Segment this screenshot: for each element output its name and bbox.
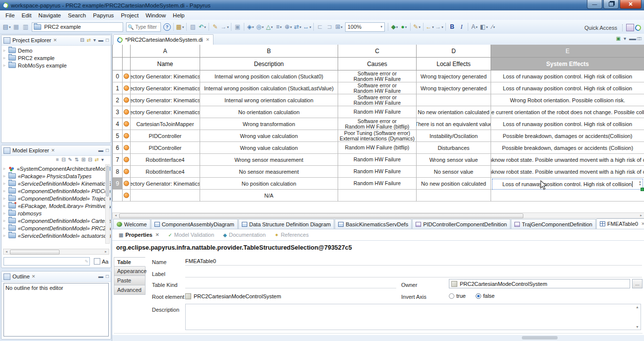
save-all-button[interactable]: ▥ — [21, 22, 30, 31]
expander-icon[interactable]: ▹ — [3, 233, 8, 238]
menu-project[interactable]: Project — [117, 11, 142, 19]
restore-window-button[interactable] — [603, 0, 619, 9]
model-item[interactable]: ▹«ComponentDefinitionModel» PRC2Robot — [1, 224, 111, 232]
diagram-tab-pidcontrollercomponentdefinition[interactable]: PIDControllerComponentDefinition — [412, 219, 510, 229]
row-header-8[interactable]: 8 — [112, 166, 123, 178]
cell-description[interactable]: No position calculation — [200, 178, 338, 190]
cell-local-effects[interactable]: Wrong trajectory generated — [417, 70, 491, 82]
load-button[interactable]: ✎ — [211, 22, 219, 31]
maximize-view-icon[interactable]: □ — [106, 274, 109, 279]
view-tab-model-validation[interactable]: ✓Model Validation — [163, 229, 218, 240]
show-tree-icon[interactable]: ⊟ — [62, 157, 66, 162]
chevron-down-icon[interactable]: ▾ — [405, 25, 407, 29]
row-marker-cell[interactable] — [123, 142, 131, 154]
expander-icon[interactable]: ▹ — [3, 181, 8, 186]
minimize-view-icon[interactable]: ▬ — [98, 148, 103, 153]
chevron-down-icon[interactable]: ▾ — [252, 25, 254, 29]
spinner-down-icon[interactable]: ▼ — [639, 183, 642, 186]
zoom-level-combo[interactable]: 100% ▾ — [345, 22, 385, 32]
row-marker-cell[interactable] — [123, 166, 131, 178]
close-icon[interactable]: ✕ — [51, 148, 55, 153]
model-item[interactable]: ▹«ComponentDefinitionModel» TrajectoryG — [1, 195, 111, 202]
diagram-tab-fmeatable0[interactable]: FMEATable0✕ — [596, 218, 644, 229]
model-explorer-horizontal-scrollbar[interactable]: ◂ ▸ — [3, 249, 109, 255]
column-letter-A[interactable]: A — [131, 45, 200, 58]
forward-button[interactable]: →▾ — [435, 22, 443, 31]
model-item[interactable]: ▹«SystemComponentArchitectureModel, S — [1, 165, 111, 172]
link-with-editor-icon[interactable]: ⇄ — [87, 38, 91, 43]
menu-papyrus[interactable]: Papyrus — [89, 11, 117, 19]
filter-search-box[interactable]: 🔍 — [126, 22, 161, 32]
close-icon[interactable]: ✕ — [641, 221, 644, 226]
copy-appearance-button[interactable]: ▣ — [233, 22, 242, 31]
model-explorer-vertical-scrollbar[interactable] — [105, 164, 110, 244]
chevron-down-icon[interactable]: ▾ — [476, 25, 478, 29]
chevron-down-icon[interactable]: ▾ — [271, 25, 273, 29]
cell-description[interactable]: Internal wrong orientation calculation — [200, 94, 338, 106]
properties-horizontal-scrollbar[interactable] — [112, 335, 644, 341]
fill-color-button[interactable]: ◧▾ — [480, 22, 488, 31]
cell-causes[interactable] — [338, 190, 417, 202]
chevron-down-icon[interactable]: ▾ — [486, 25, 488, 29]
diagram-tab-trajgencomponentdefinition[interactable]: TrajGenComponentDefinition — [511, 219, 596, 229]
row-header-extra[interactable] — [112, 190, 123, 202]
column-letter-E[interactable]: E — [491, 45, 644, 58]
cell-system-effects[interactable]: Loss of runaway position control. High r… — [491, 70, 644, 82]
graph-tool-button[interactable]: ◈▾ — [246, 22, 255, 31]
chevron-down-icon[interactable]: ▾ — [9, 25, 11, 29]
cell-name[interactable]: ajectory Generator: Kinematics... — [131, 94, 200, 106]
cell-local-effects[interactable]: Wrong trajectory generated — [417, 82, 491, 94]
chevron-down-icon[interactable]: ▾ — [182, 25, 184, 29]
edit-icon[interactable]: ✎ — [68, 157, 72, 162]
cell-system-effects[interactable]: The current orientation of the robot doe… — [491, 106, 644, 118]
close-window-button[interactable]: ✕ — [620, 0, 642, 9]
row-header-7[interactable]: 7 — [112, 154, 123, 166]
row-header-0[interactable]: 0 — [112, 70, 123, 82]
cell-name[interactable] — [131, 190, 200, 202]
cell-name[interactable]: ajectory Generator: Kinematics... — [131, 178, 200, 190]
chevron-down-icon[interactable]: ▾ — [396, 25, 398, 29]
maximize-view-icon[interactable]: □ — [106, 38, 109, 43]
diagram-tab-basickinematicsservdefs[interactable]: BasicKinematicsServDefs — [335, 219, 412, 229]
project-item[interactable]: ▹Demo — [1, 47, 111, 54]
line-style-button[interactable]: ∕▾ — [489, 22, 498, 31]
cell-system-effects[interactable]: Possible breakdown, damages or accidents… — [491, 142, 644, 154]
selection-tool-button[interactable]: ⊕▾ — [284, 22, 292, 31]
model-item[interactable]: ▹«ComponentDefinitionModel» PIDControl..… — [1, 187, 111, 195]
cell-description[interactable]: Wrong transformation — [200, 118, 338, 130]
resize-tool-button[interactable]: ↔▾ — [303, 22, 311, 31]
cell-local-effects[interactable]: Instability/Oscilation — [417, 130, 491, 142]
link-with-editor-icon[interactable]: ⇄ — [95, 157, 99, 162]
sort-icon[interactable]: ≡ — [56, 157, 59, 162]
cell-system-effects[interactable]: Loss of runaway position control. High r… — [491, 82, 644, 94]
back-button[interactable]: ←▾ — [426, 22, 434, 31]
close-icon[interactable]: ✕ — [155, 232, 159, 237]
minimize-view-icon[interactable]: ▬ — [98, 274, 103, 279]
cell-description[interactable]: Internal wrong position calculation (Stu… — [200, 70, 338, 82]
maximize-view-icon[interactable]: □ — [637, 36, 640, 41]
chevron-down-icon[interactable]: ▾ — [204, 25, 206, 29]
cell-causes[interactable]: Software error or Random HW Failure — [338, 82, 417, 94]
minimize-view-icon[interactable]: ▬ — [98, 38, 103, 43]
node-tool-button[interactable]: ◎▾ — [256, 22, 264, 31]
quick-access-button[interactable]: Quick Access — [581, 24, 620, 31]
cell-causes[interactable]: Random HW Failure (bitflip) — [338, 142, 417, 154]
chevron-down-icon[interactable]: ▾ — [299, 25, 301, 29]
expander-icon[interactable]: ▹ — [3, 189, 8, 193]
properties-side-tab-advanced[interactable]: Advanced — [114, 285, 145, 295]
properties-side-tab-paste[interactable]: Paste — [114, 276, 145, 285]
view-menu-icon[interactable]: ▾ — [101, 157, 104, 162]
table-kind-field[interactable] — [185, 280, 396, 288]
run-button[interactable]: ●▾ — [400, 22, 408, 31]
model-item[interactable]: ▹«ComponentDefinitionModel» CartesianTo — [1, 217, 111, 224]
working-set-combo[interactable] — [32, 22, 123, 32]
cell-name[interactable]: PIDController — [131, 130, 200, 142]
case-sensitive-checkbox[interactable] — [94, 258, 100, 265]
open-perspective-icon[interactable] — [626, 24, 634, 31]
align-left-button[interactable]: ⊏ — [316, 22, 324, 31]
project-item[interactable]: ▹RobMoSys example — [1, 62, 111, 69]
cell-system-effects[interactable]: Possible breakdown, damages or accidents… — [491, 130, 644, 142]
row-marker-cell[interactable] — [123, 106, 131, 118]
cell-name[interactable]: PIDController — [131, 142, 200, 154]
chevron-down-icon[interactable]: ▾ — [432, 25, 434, 29]
